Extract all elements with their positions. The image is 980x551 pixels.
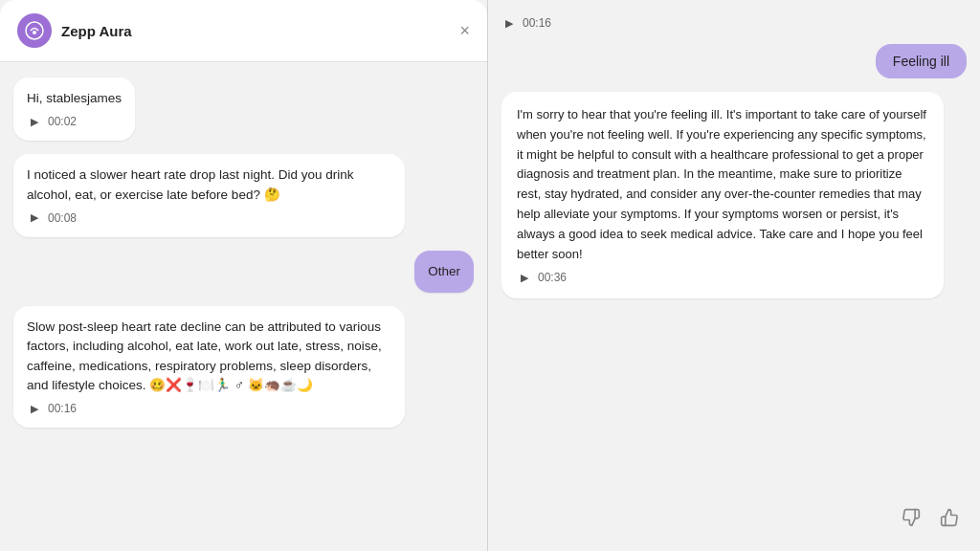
user-feeling-ill-bubble: Feeling ill <box>876 44 967 78</box>
svg-point-1 <box>33 31 36 34</box>
thumbs-down-button[interactable] <box>898 504 924 536</box>
close-button[interactable]: × <box>459 21 470 41</box>
right-audio-row-top: ▶ 00:16 <box>501 15 551 31</box>
bot-message-2-text: I noticed a slower heart rate drop last … <box>27 167 353 201</box>
right-play-icon-bottom[interactable]: ▶ <box>517 270 532 285</box>
bot-message-1-text: Hi, stablesjames <box>27 91 122 105</box>
bottom-actions <box>501 496 967 536</box>
play-icon-3[interactable]: ▶ <box>27 401 42 416</box>
right-chat-panel: ▶ 00:16 Feeling ill I'm sorry to hear th… <box>488 0 980 551</box>
bot-message-1: Hi, stablesjames ▶ 00:02 <box>13 77 135 141</box>
right-audio-time-top: 00:16 <box>523 16 551 30</box>
user-message-1-text: Other <box>428 264 460 278</box>
chat-header: Zepp Aura × <box>0 0 487 62</box>
user-message-1: Other <box>414 251 474 293</box>
left-chat-panel: Zepp Aura × Hi, stablesjames ▶ 00:02 I n… <box>0 0 488 551</box>
thumbs-up-button[interactable] <box>936 504 963 536</box>
play-icon-1[interactable]: ▶ <box>27 114 42 129</box>
audio-time-3: 00:16 <box>48 402 77 415</box>
play-icon-2[interactable]: ▶ <box>27 210 42 226</box>
app-icon <box>17 13 52 48</box>
bot-message-3: Slow post-sleep heart rate decline can b… <box>13 306 405 428</box>
right-audio-time-bottom: 00:36 <box>538 271 567 284</box>
bot-long-response-text: I'm sorry to hear that you're feeling il… <box>517 107 926 261</box>
bot-message-3-text: Slow post-sleep heart rate decline can b… <box>27 320 382 392</box>
audio-time-2: 00:08 <box>48 211 77 225</box>
right-audio-row-bottom: ▶ 00:36 <box>517 270 928 285</box>
header-left: Zepp Aura <box>17 13 132 48</box>
audio-row-1: ▶ 00:02 <box>27 114 122 129</box>
right-play-icon-top[interactable]: ▶ <box>501 15 517 31</box>
bot-long-response: I'm sorry to hear that you're feeling il… <box>501 92 944 298</box>
chat-messages-left: Hi, stablesjames ▶ 00:02 I noticed a slo… <box>0 62 487 551</box>
audio-time-1: 00:02 <box>48 115 77 128</box>
feeling-ill-text: Feeling ill <box>893 54 949 69</box>
audio-row-3: ▶ 00:16 <box>27 401 391 416</box>
right-messages: ▶ 00:16 Feeling ill I'm sorry to hear th… <box>501 15 967 496</box>
audio-row-2: ▶ 00:08 <box>27 210 391 226</box>
app-name-label: Zepp Aura <box>61 23 132 39</box>
bot-message-2: I noticed a slower heart rate drop last … <box>13 154 405 237</box>
right-top-audio: ▶ 00:16 <box>501 15 551 31</box>
